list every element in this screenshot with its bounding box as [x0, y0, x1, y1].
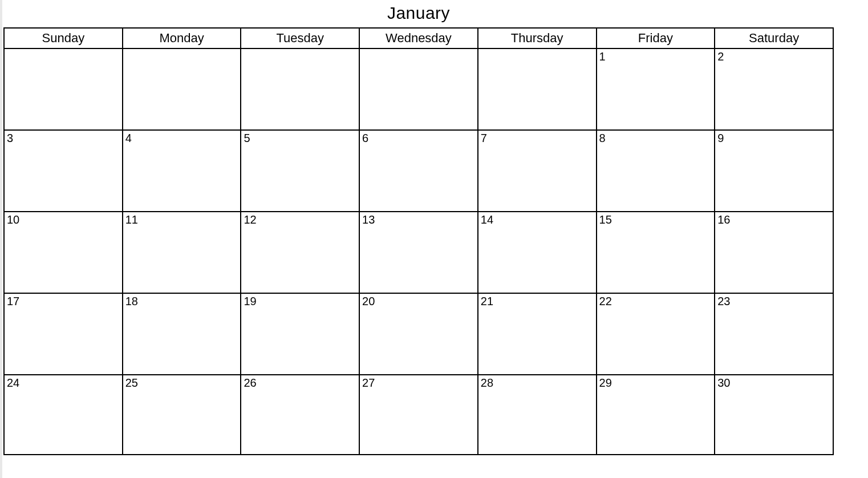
day-cell[interactable]: 8	[597, 130, 715, 212]
day-cell[interactable]: 11	[123, 212, 241, 293]
day-header-saturday: Saturday	[715, 28, 833, 48]
day-header-wednesday: Wednesday	[359, 28, 478, 48]
day-cell[interactable]: 13	[359, 212, 478, 293]
day-cell[interactable]	[241, 48, 359, 130]
day-cell[interactable]: 12	[241, 212, 359, 293]
week-row: 1 2	[4, 48, 833, 130]
day-cell[interactable]: 24	[4, 375, 123, 455]
day-cell[interactable]: 1	[597, 48, 715, 130]
day-header-thursday: Thursday	[478, 28, 597, 48]
day-cell[interactable]: 14	[478, 212, 597, 293]
day-cell[interactable]: 4	[123, 130, 241, 212]
day-cell[interactable]: 7	[478, 130, 597, 212]
day-cell[interactable]	[359, 48, 478, 130]
day-cell[interactable]: 27	[359, 375, 478, 455]
day-cell[interactable]	[123, 48, 241, 130]
day-cell[interactable]: 5	[241, 130, 359, 212]
day-cell[interactable]	[478, 48, 597, 130]
day-header-friday: Friday	[597, 28, 715, 48]
day-cell[interactable]: 19	[241, 293, 359, 375]
week-row: 17 18 19 20 21 22 23	[4, 293, 833, 375]
day-cell[interactable]: 2	[715, 48, 833, 130]
day-cell[interactable]: 30	[715, 375, 833, 455]
day-cell[interactable]: 6	[359, 130, 478, 212]
day-cell[interactable]: 17	[4, 293, 123, 375]
day-cell[interactable]: 18	[123, 293, 241, 375]
day-cell[interactable]: 28	[478, 375, 597, 455]
day-cell[interactable]: 22	[597, 293, 715, 375]
week-row: 3 4 5 6 7 8 9	[4, 130, 833, 212]
calendar-grid: Sunday Monday Tuesday Wednesday Thursday…	[3, 27, 834, 455]
calendar-container: January Sunday Monday Tuesday Wednesday …	[3, 0, 834, 455]
day-header-sunday: Sunday	[4, 28, 123, 48]
day-cell[interactable]: 15	[597, 212, 715, 293]
day-cell[interactable]: 16	[715, 212, 833, 293]
day-header-tuesday: Tuesday	[241, 28, 359, 48]
week-row: 24 25 26 27 28 29 30	[4, 375, 833, 455]
day-cell[interactable]	[4, 48, 123, 130]
month-title: January	[3, 0, 834, 27]
day-cell[interactable]: 3	[4, 130, 123, 212]
day-cell[interactable]: 21	[478, 293, 597, 375]
day-cell[interactable]: 23	[715, 293, 833, 375]
week-row: 10 11 12 13 14 15 16	[4, 212, 833, 293]
day-cell[interactable]: 25	[123, 375, 241, 455]
day-cell[interactable]: 20	[359, 293, 478, 375]
day-cell[interactable]: 26	[241, 375, 359, 455]
sheet-edge	[0, 0, 2, 478]
day-header-row: Sunday Monday Tuesday Wednesday Thursday…	[4, 28, 833, 48]
day-cell[interactable]: 9	[715, 130, 833, 212]
day-cell[interactable]: 10	[4, 212, 123, 293]
day-cell[interactable]: 29	[597, 375, 715, 455]
day-header-monday: Monday	[123, 28, 241, 48]
